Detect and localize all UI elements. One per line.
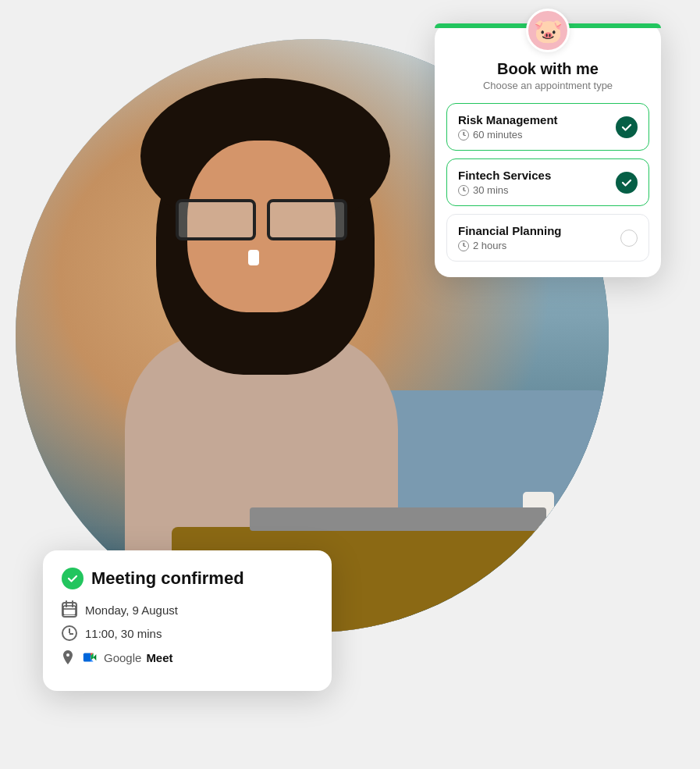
- svg-rect-0: [63, 606, 76, 615]
- appointment-item-financial-planning[interactable]: Financial Planning 2 hours: [446, 214, 649, 262]
- location-icon: [62, 650, 74, 665]
- clock-icon: [458, 185, 469, 196]
- meeting-title-row: Meeting confirmed: [62, 568, 313, 589]
- selected-check: [616, 172, 638, 194]
- appointment-name: Fintech Services: [458, 169, 551, 182]
- duration-text: 30 mins: [473, 184, 509, 196]
- appointment-name: Risk Management: [458, 113, 558, 126]
- meeting-title: Meeting confirmed: [91, 568, 244, 589]
- meeting-date: Monday, 9 August: [85, 603, 178, 617]
- meet-text: Meet: [146, 651, 172, 664]
- meeting-check-icon: [62, 568, 84, 589]
- duration-text: 2 hours: [473, 240, 506, 251]
- appointment-item-fintech-services[interactable]: Fintech Services 30 mins: [446, 158, 649, 206]
- clock-icon: [458, 240, 469, 251]
- booking-subtitle: Choose an appointment type: [435, 80, 661, 103]
- meeting-date-row: Monday, 9 August: [62, 602, 313, 618]
- selected-check: [616, 116, 638, 138]
- scene: 🐷 Book with me Choose an appointment typ…: [0, 0, 700, 769]
- booking-card: 🐷 Book with me Choose an appointment typ…: [435, 23, 661, 277]
- meeting-card: Meeting confirmed Monday, 9 August 11:00…: [43, 550, 332, 691]
- appointment-info: Risk Management 60 minutes: [458, 113, 558, 141]
- avatar: 🐷: [435, 9, 661, 52]
- booking-title: Book with me: [435, 60, 661, 80]
- meeting-platform-row: Google Meet: [62, 649, 313, 666]
- clock-icon: [458, 130, 469, 141]
- piggy-icon: 🐷: [526, 9, 570, 52]
- clock-icon: [62, 625, 77, 641]
- appointment-list: Risk Management 60 minutes Fintech Servi…: [435, 103, 661, 262]
- appointment-duration: 60 minutes: [458, 129, 558, 141]
- duration-text: 60 minutes: [473, 129, 523, 141]
- appointment-info: Fintech Services 30 mins: [458, 169, 551, 196]
- appointment-name: Financial Planning: [458, 224, 562, 237]
- appointment-item-risk-management[interactable]: Risk Management 60 minutes: [446, 103, 649, 151]
- meeting-time: 11:00, 30 mins: [85, 627, 162, 640]
- google-text: Google: [104, 651, 141, 664]
- appointment-duration: 2 hours: [458, 240, 562, 251]
- meeting-time-row: 11:00, 30 mins: [62, 625, 313, 641]
- appointment-info: Financial Planning 2 hours: [458, 224, 562, 251]
- unselected-radio: [620, 230, 638, 247]
- calendar-icon: [62, 602, 77, 618]
- appointment-duration: 30 mins: [458, 184, 551, 196]
- google-meet-logo: Google Meet: [82, 649, 173, 666]
